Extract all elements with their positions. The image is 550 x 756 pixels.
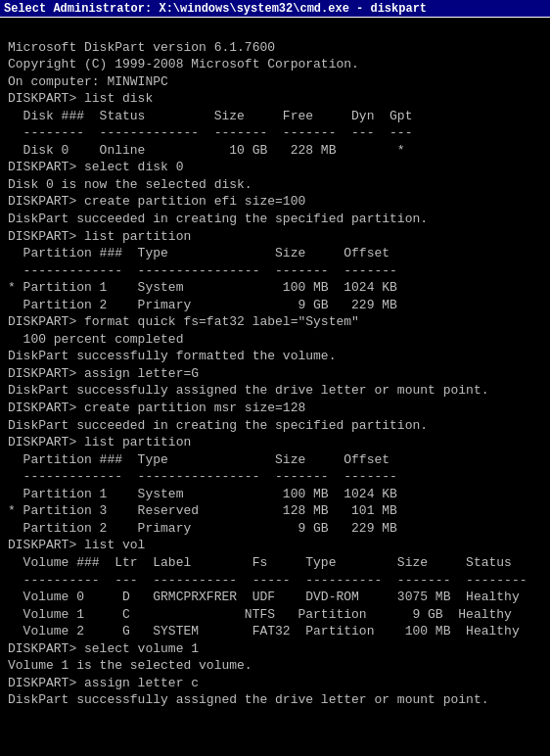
terminal-line: Volume 1 C NTFS Partition 9 GB Healthy — [8, 606, 542, 624]
terminal-line: Partition ### Type Size Offset — [8, 451, 542, 469]
terminal-line: DiskPart successfully assigned the drive… — [8, 691, 542, 709]
terminal-line: DiskPart succeeded in creating the speci… — [8, 417, 542, 435]
terminal-line: Disk 0 Online 10 GB 228 MB * — [8, 142, 542, 160]
terminal-line: * Partition 3 Reserved 128 MB 101 MB — [8, 502, 542, 520]
terminal-line: Microsoft DiskPart version 6.1.7600 — [8, 39, 542, 57]
terminal-line: DiskPart successfully formatted the volu… — [8, 348, 542, 365]
terminal-line: DISKPART> list partition — [8, 434, 542, 451]
terminal-line: DiskPart successfully assigned the drive… — [8, 382, 542, 400]
title-bar-label: Select Administrator: X:\windows\system3… — [4, 2, 427, 16]
terminal-line: DISKPART> select volume 1 — [8, 640, 542, 658]
terminal-line: Disk 0 is now the selected disk. — [8, 176, 542, 194]
terminal-line: Volume ### Ltr Label Fs Type Size Status — [8, 554, 542, 572]
terminal-line: Partition 2 Primary 9 GB 229 MB — [8, 520, 542, 538]
terminal-line: DISKPART> list vol — [8, 537, 542, 554]
terminal-line: Copyright (C) 1999-2008 Microsoft Corpor… — [8, 56, 542, 73]
terminal-line: -------- ------------- ------- ------- -… — [8, 124, 542, 142]
terminal-line: DISKPART> assign letter=G — [8, 365, 542, 383]
terminal-line: Volume 1 is the selected volume. — [8, 657, 542, 675]
terminal-line: * Partition 1 System 100 MB 1024 KB — [8, 279, 542, 297]
terminal-line: On computer: MINWINPC — [8, 73, 542, 91]
terminal-line: Volume 2 G SYSTEM FAT32 Partition 100 MB… — [8, 623, 542, 640]
terminal-line: DiskPart succeeded in creating the speci… — [8, 211, 542, 228]
terminal-line: Partition ### Type Size Offset — [8, 245, 542, 262]
terminal-line: Volume 0 D GRMCPRXFRER UDF DVD-ROM 3075 … — [8, 589, 542, 606]
terminal-line: ------------- ---------------- ------- -… — [8, 468, 542, 486]
terminal-line: DISKPART> select disk 0 — [8, 159, 542, 176]
terminal-line: DISKPART> assign letter c — [8, 675, 542, 692]
terminal-line: ------------- ---------------- ------- -… — [8, 262, 542, 280]
terminal-line: DISKPART> create partition msr size=128 — [8, 400, 542, 417]
terminal-line: Partition 1 System 100 MB 1024 KB — [8, 486, 542, 503]
terminal-line: ---------- --- ----------- ----- -------… — [8, 572, 542, 590]
terminal-line: DISKPART> format quick fs=fat32 label="S… — [8, 313, 542, 331]
title-bar: Select Administrator: X:\windows\system3… — [0, 0, 550, 18]
terminal-line: DISKPART> list partition — [8, 228, 542, 246]
terminal-line: Partition 2 Primary 9 GB 229 MB — [8, 297, 542, 314]
terminal-line: 100 percent completed — [8, 331, 542, 349]
terminal-line: DISKPART> create partition efi size=100 — [8, 193, 542, 211]
terminal-line: DISKPART> list disk — [8, 90, 542, 108]
terminal-line: Disk ### Status Size Free Dyn Gpt — [8, 108, 542, 125]
terminal: Microsoft DiskPart version 6.1.7600Copyr… — [0, 18, 550, 756]
